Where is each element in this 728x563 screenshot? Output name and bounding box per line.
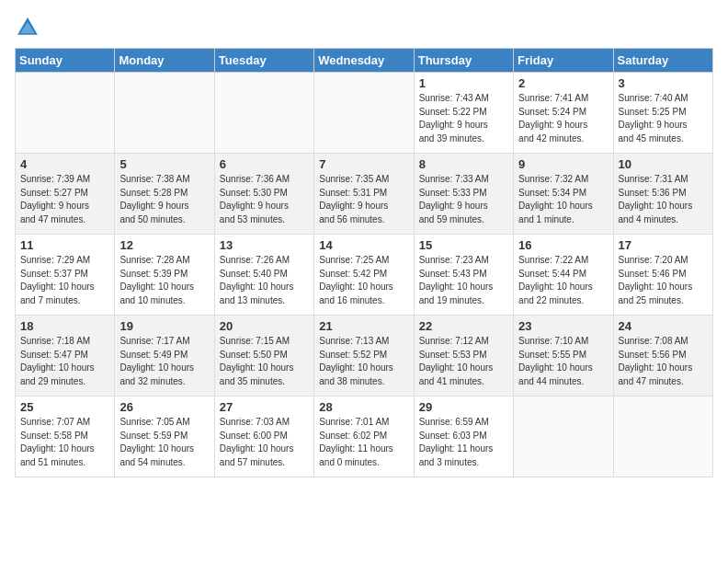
day-number: 28 [319,400,408,414]
day-number: 3 [619,76,708,90]
day-header-tuesday: Tuesday [214,49,313,73]
calendar-cell [514,396,613,477]
calendar-cell: 16Sunrise: 7:22 AM Sunset: 5:44 PM Dayli… [514,235,613,316]
page-header [15,15,713,40]
calendar-cell: 7Sunrise: 7:35 AM Sunset: 5:31 PM Daylig… [314,154,414,235]
calendar-table: SundayMondayTuesdayWednesdayThursdayFrid… [15,48,713,477]
day-number: 4 [20,157,109,171]
calendar-cell: 17Sunrise: 7:20 AM Sunset: 5:46 PM Dayli… [613,235,712,316]
calendar-week-row: 25Sunrise: 7:07 AM Sunset: 5:58 PM Dayli… [16,396,713,477]
calendar-cell: 29Sunrise: 6:59 AM Sunset: 6:03 PM Dayli… [414,396,513,477]
day-detail: Sunrise: 7:22 AM Sunset: 5:44 PM Dayligh… [518,254,608,307]
calendar-week-row: 4Sunrise: 7:39 AM Sunset: 5:27 PM Daylig… [16,154,713,235]
calendar-week-row: 18Sunrise: 7:18 AM Sunset: 5:47 PM Dayli… [16,316,713,396]
calendar-cell: 24Sunrise: 7:08 AM Sunset: 5:56 PM Dayli… [613,316,712,396]
day-number: 15 [419,238,508,252]
day-number: 13 [220,238,309,252]
day-number: 6 [220,157,309,171]
day-detail: Sunrise: 7:32 AM Sunset: 5:34 PM Dayligh… [518,173,608,226]
day-detail: Sunrise: 7:18 AM Sunset: 5:47 PM Dayligh… [20,335,109,388]
day-number: 25 [20,400,109,414]
calendar-cell: 14Sunrise: 7:25 AM Sunset: 5:42 PM Dayli… [314,235,414,316]
day-detail: Sunrise: 7:10 AM Sunset: 5:55 PM Dayligh… [518,335,608,388]
day-number: 5 [119,157,209,171]
calendar-cell: 19Sunrise: 7:17 AM Sunset: 5:49 PM Dayli… [115,316,214,396]
calendar-cell: 27Sunrise: 7:03 AM Sunset: 6:00 PM Dayli… [214,396,313,477]
day-header-monday: Monday [115,49,214,73]
calendar-cell: 25Sunrise: 7:07 AM Sunset: 5:58 PM Dayli… [16,396,115,477]
calendar-cell: 5Sunrise: 7:38 AM Sunset: 5:28 PM Daylig… [115,154,214,235]
day-detail: Sunrise: 7:08 AM Sunset: 5:56 PM Dayligh… [619,335,708,388]
day-number: 1 [419,76,508,90]
day-detail: Sunrise: 7:43 AM Sunset: 5:22 PM Dayligh… [419,92,508,145]
day-detail: Sunrise: 7:03 AM Sunset: 6:00 PM Dayligh… [220,416,309,469]
days-header-row: SundayMondayTuesdayWednesdayThursdayFrid… [16,49,713,73]
calendar-cell [115,73,214,154]
day-detail: Sunrise: 7:40 AM Sunset: 5:25 PM Dayligh… [619,92,708,145]
day-number: 21 [319,319,408,333]
day-detail: Sunrise: 7:29 AM Sunset: 5:37 PM Dayligh… [20,254,109,307]
day-detail: Sunrise: 7:41 AM Sunset: 5:24 PM Dayligh… [518,92,608,145]
day-number: 26 [119,400,209,414]
day-number: 16 [518,238,608,252]
calendar-cell: 18Sunrise: 7:18 AM Sunset: 5:47 PM Dayli… [16,316,115,396]
day-number: 7 [319,157,408,171]
day-detail: Sunrise: 7:26 AM Sunset: 5:40 PM Dayligh… [220,254,309,307]
calendar-cell: 26Sunrise: 7:05 AM Sunset: 5:59 PM Dayli… [115,396,214,477]
day-number: 17 [619,238,708,252]
day-detail: Sunrise: 7:01 AM Sunset: 6:02 PM Dayligh… [319,416,408,469]
calendar-cell: 3Sunrise: 7:40 AM Sunset: 5:25 PM Daylig… [613,73,712,154]
day-number: 19 [119,319,209,333]
calendar-cell: 4Sunrise: 7:39 AM Sunset: 5:27 PM Daylig… [16,154,115,235]
day-detail: Sunrise: 7:33 AM Sunset: 5:33 PM Dayligh… [419,173,508,226]
calendar-cell [613,396,712,477]
day-detail: Sunrise: 7:15 AM Sunset: 5:50 PM Dayligh… [220,335,309,388]
day-header-friday: Friday [514,49,613,73]
calendar-cell [16,73,115,154]
calendar-cell: 11Sunrise: 7:29 AM Sunset: 5:37 PM Dayli… [16,235,115,316]
day-number: 9 [518,157,608,171]
day-detail: Sunrise: 6:59 AM Sunset: 6:03 PM Dayligh… [419,416,508,469]
calendar-cell: 23Sunrise: 7:10 AM Sunset: 5:55 PM Dayli… [514,316,613,396]
day-number: 11 [20,238,109,252]
day-detail: Sunrise: 7:13 AM Sunset: 5:52 PM Dayligh… [319,335,408,388]
logo-icon [15,15,40,40]
calendar-cell: 9Sunrise: 7:32 AM Sunset: 5:34 PM Daylig… [514,154,613,235]
calendar-cell: 15Sunrise: 7:23 AM Sunset: 5:43 PM Dayli… [414,235,513,316]
day-number: 27 [220,400,309,414]
day-number: 10 [619,157,708,171]
day-detail: Sunrise: 7:12 AM Sunset: 5:53 PM Dayligh… [419,335,508,388]
day-number: 29 [419,400,508,414]
calendar-cell: 28Sunrise: 7:01 AM Sunset: 6:02 PM Dayli… [314,396,414,477]
day-detail: Sunrise: 7:36 AM Sunset: 5:30 PM Dayligh… [220,173,309,226]
day-detail: Sunrise: 7:28 AM Sunset: 5:39 PM Dayligh… [119,254,209,307]
calendar-cell: 2Sunrise: 7:41 AM Sunset: 5:24 PM Daylig… [514,73,613,154]
day-number: 24 [619,319,708,333]
calendar-cell: 22Sunrise: 7:12 AM Sunset: 5:53 PM Dayli… [414,316,513,396]
calendar-cell: 8Sunrise: 7:33 AM Sunset: 5:33 PM Daylig… [414,154,513,235]
day-header-thursday: Thursday [414,49,513,73]
day-detail: Sunrise: 7:38 AM Sunset: 5:28 PM Dayligh… [119,173,209,226]
calendar-cell: 12Sunrise: 7:28 AM Sunset: 5:39 PM Dayli… [115,235,214,316]
calendar-cell: 21Sunrise: 7:13 AM Sunset: 5:52 PM Dayli… [314,316,414,396]
day-number: 23 [518,319,608,333]
day-detail: Sunrise: 7:39 AM Sunset: 5:27 PM Dayligh… [20,173,109,226]
day-number: 2 [518,76,608,90]
calendar-week-row: 1Sunrise: 7:43 AM Sunset: 5:22 PM Daylig… [16,73,713,154]
day-number: 20 [220,319,309,333]
day-number: 18 [20,319,109,333]
calendar-cell: 6Sunrise: 7:36 AM Sunset: 5:30 PM Daylig… [214,154,313,235]
calendar-cell [214,73,313,154]
day-number: 14 [319,238,408,252]
day-detail: Sunrise: 7:23 AM Sunset: 5:43 PM Dayligh… [419,254,508,307]
day-number: 22 [419,319,508,333]
calendar-cell: 1Sunrise: 7:43 AM Sunset: 5:22 PM Daylig… [414,73,513,154]
day-detail: Sunrise: 7:17 AM Sunset: 5:49 PM Dayligh… [119,335,209,388]
day-header-saturday: Saturday [613,49,712,73]
day-number: 12 [119,238,209,252]
day-detail: Sunrise: 7:35 AM Sunset: 5:31 PM Dayligh… [319,173,408,226]
day-detail: Sunrise: 7:07 AM Sunset: 5:58 PM Dayligh… [20,416,109,469]
day-header-sunday: Sunday [16,49,115,73]
calendar-week-row: 11Sunrise: 7:29 AM Sunset: 5:37 PM Dayli… [16,235,713,316]
calendar-cell: 20Sunrise: 7:15 AM Sunset: 5:50 PM Dayli… [214,316,313,396]
